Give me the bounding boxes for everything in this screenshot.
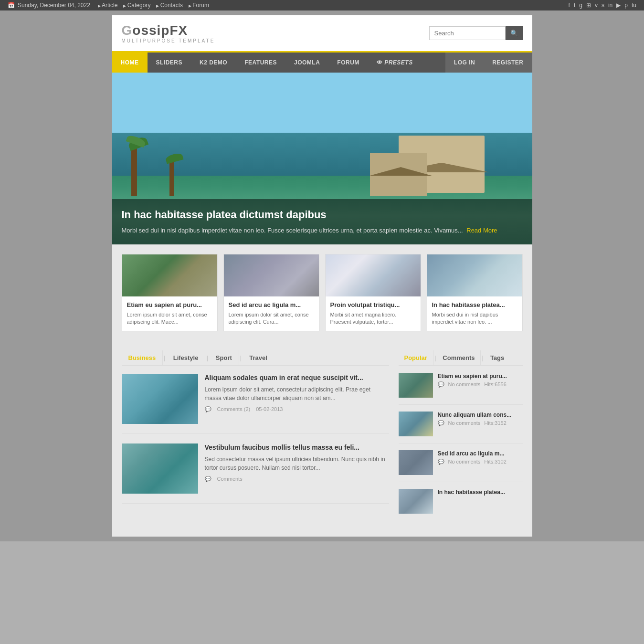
outer-wrapper: GossipFX Multipurpose Template 🔍 HOME SL… — [0, 11, 644, 541]
sidebar-comments-3: No comments — [448, 459, 481, 465]
vimeo-icon[interactable]: v — [595, 2, 598, 9]
logo-subtitle: Multipurpose Template — [122, 38, 215, 43]
sidebar-comments-2: No comments — [448, 420, 481, 426]
sidebar-item-1: Etiam eu sapien at puru... 💬 No comments… — [399, 373, 523, 405]
sidebar-thumb-3 — [399, 450, 433, 475]
nav-forum[interactable]: Forum — [189, 2, 209, 9]
featured-cards: Etiam eu sapien at puru... Lorem ipsum d… — [112, 244, 532, 341]
sidebar-comment-icon-1: 💬 — [438, 381, 444, 388]
article-comments-2[interactable]: Comments — [217, 476, 243, 482]
sidebar-item-3: Sed id arcu ac ligula m... 💬 No comments… — [399, 450, 523, 482]
date-text: Sunday, December 04, 2022 — [18, 2, 90, 9]
sidebar-meta-3: 💬 No comments Hits:3102 — [438, 459, 523, 465]
pinterest-icon[interactable]: p — [624, 2, 628, 9]
sidebar-title-1[interactable]: Etiam eu sapien at puru... — [438, 373, 523, 380]
sidebar-thumb-4 — [399, 489, 433, 514]
sidebar-title-4[interactable]: In hac habitasse platea... — [438, 489, 523, 496]
sidebar-hits-2: Hits:3152 — [484, 420, 506, 426]
article-date-1: 05-02-2013 — [256, 406, 283, 412]
nav-forum[interactable]: FORUM — [328, 53, 368, 73]
nav-category[interactable]: Category — [123, 2, 150, 9]
nav-register[interactable]: REGISTER — [484, 53, 532, 73]
facebook-icon[interactable]: f — [569, 2, 570, 9]
article-item-2: Vestibulum faucibus mollis tellus massa … — [122, 443, 389, 504]
hero-read-more[interactable]: Read More — [466, 227, 497, 234]
twitter-icon[interactable]: t — [574, 2, 575, 9]
card-image-3 — [326, 254, 421, 296]
card-image-1 — [122, 254, 217, 296]
sidebar-comment-icon-3: 💬 — [438, 459, 444, 465]
search-input[interactable] — [429, 26, 506, 40]
card-2: Sed id arcu ac ligula m... Lorem ipsum d… — [223, 254, 319, 331]
tab-travel[interactable]: Travel — [243, 350, 274, 365]
card-title-1[interactable]: Etiam eu sapien at puru... — [127, 301, 212, 308]
bottom-left: Business | Lifestyle | Sport | Travel Al… — [122, 350, 389, 527]
bottom-section: Business | Lifestyle | Sport | Travel Al… — [112, 341, 532, 537]
nav-presets[interactable]: 👁 PRESETS — [368, 53, 422, 73]
article-text-2: Sed consectetur massa vel ipsum ultricie… — [205, 455, 389, 472]
nav-sliders[interactable]: SLIDERS — [148, 53, 191, 73]
card-4: In hac habitasse platea... Morbi sed dui… — [427, 254, 523, 331]
sidebar-tab-popular[interactable]: Popular — [399, 350, 433, 365]
sidebar-tab-tags[interactable]: Tags — [485, 350, 510, 365]
nav-features[interactable]: FEATURES — [236, 53, 285, 73]
sidebar-comment-icon-2: 💬 — [438, 420, 444, 426]
card-image-4 — [427, 254, 522, 296]
article-comments-1[interactable]: Comments (2) — [217, 406, 251, 412]
article-item-1: Aliquam sodales quam in erat neque susci… — [122, 374, 389, 434]
hero-text: Morbi sed dui in nisl dapibus imperdiet … — [122, 226, 523, 235]
linkedin-icon[interactable]: in — [608, 2, 612, 9]
rss-icon[interactable]: ⊞ — [586, 2, 591, 9]
hero-title: In hac habitasse platea dictumst dapibus — [122, 209, 523, 221]
article-tabs: Business | Lifestyle | Sport | Travel — [122, 350, 389, 366]
bottom-right: Popular | Comments | Tags Etiam eu sapie… — [399, 350, 523, 527]
nav-joomla[interactable]: JOOMLA — [285, 53, 328, 73]
sidebar-tabs: Popular | Comments | Tags — [399, 350, 523, 366]
main-container: GossipFX Multipurpose Template 🔍 HOME SL… — [112, 15, 532, 537]
sidebar-title-3[interactable]: Sed id arcu ac ligula m... — [438, 450, 523, 457]
card-text-3: Morbi sit amet magna libero. Praesent vu… — [330, 311, 416, 326]
tab-sport[interactable]: Sport — [209, 350, 239, 365]
article-image-1 — [122, 374, 198, 424]
hero-slider: In hac habitasse platea dictumst dapibus… — [112, 73, 532, 244]
search-box: 🔍 — [429, 26, 523, 40]
sidebar-meta-2: 💬 No comments Hits:3152 — [438, 420, 523, 426]
comment-icon-1: 💬 — [205, 406, 211, 412]
card-text-4: Morbi sed dui in nisl dapibus imperdiet … — [432, 311, 517, 326]
card-title-3[interactable]: Proin volutpat tristiqu... — [330, 301, 416, 308]
card-image-2 — [224, 254, 319, 296]
nav-k2demo[interactable]: K2 DEMO — [191, 53, 236, 73]
date-display: 📅 Sunday, December 04, 2022 — [8, 2, 90, 9]
nav-contacts[interactable]: Contacts — [156, 2, 183, 9]
sidebar-title-2[interactable]: Nunc aliquam ullam cons... — [438, 412, 523, 418]
hero-overlay: In hac habitasse platea dictumst dapibus… — [112, 199, 532, 245]
nav-home[interactable]: HOME — [112, 53, 148, 73]
tumblr-icon[interactable]: tu — [632, 2, 636, 9]
youtube-icon[interactable]: ▶ — [616, 2, 621, 9]
tab-lifestyle[interactable]: Lifestyle — [167, 350, 206, 365]
google-icon[interactable]: g — [579, 2, 582, 9]
skype-icon[interactable]: s — [602, 2, 604, 9]
article-title-2[interactable]: Vestibulum faucibus mollis tellus massa … — [205, 443, 389, 451]
top-bar: 📅 Sunday, December 04, 2022 Article Cate… — [0, 0, 644, 11]
calendar-icon: 📅 — [8, 2, 15, 9]
social-icons: f t g ⊞ v s in ▶ p tu — [569, 2, 636, 9]
card-title-2[interactable]: Sed id arcu ac ligula m... — [229, 301, 314, 308]
card-text-1: Lorem ipsum dolor sit amet, conse adipis… — [127, 311, 212, 326]
sidebar-thumb-1 — [399, 373, 433, 398]
card-title-4[interactable]: In hac habitasse platea... — [432, 301, 517, 308]
logo-title: GossipFX — [122, 23, 215, 38]
sidebar-hits-3: Hits:3102 — [484, 459, 506, 465]
sidebar-item-4: In hac habitasse platea... — [399, 489, 523, 520]
sidebar-tab-comments[interactable]: Comments — [437, 350, 481, 365]
comment-icon-2: 💬 — [205, 476, 211, 482]
article-title-1[interactable]: Aliquam sodales quam in erat neque susci… — [205, 374, 389, 381]
tab-business[interactable]: Business — [122, 350, 163, 365]
sidebar-thumb-2 — [399, 412, 433, 436]
nav-article[interactable]: Article — [98, 2, 118, 9]
nav-login[interactable]: LOG IN — [445, 53, 484, 73]
logo[interactable]: GossipFX Multipurpose Template — [122, 23, 215, 43]
article-meta-1: 💬 Comments (2) 05-02-2013 — [205, 406, 389, 412]
search-button[interactable]: 🔍 — [506, 26, 523, 40]
sidebar-meta-1: 💬 No comments Hits:6556 — [438, 381, 523, 388]
